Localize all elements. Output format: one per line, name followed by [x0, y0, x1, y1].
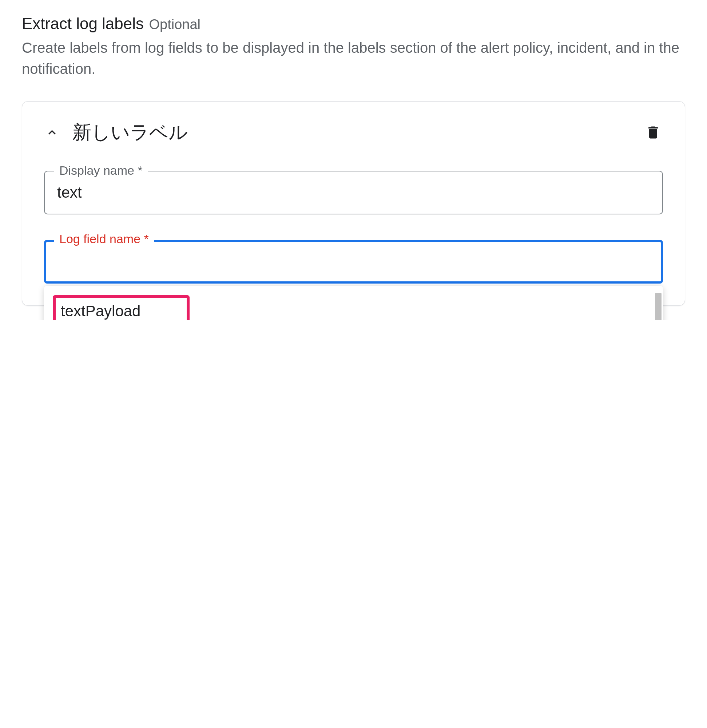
display-name-field: Display name * [44, 171, 663, 214]
collapse-icon[interactable] [44, 124, 60, 140]
delete-icon[interactable] [644, 123, 663, 142]
section-header: Extract log labels Optional Create label… [22, 14, 685, 79]
card-header-left: 新しいラベル [44, 120, 188, 145]
log-field-name-field: Log field name * textPayload httpRequest… [44, 240, 663, 283]
log-field-dropdown: textPayload httpRequest.requestMethod ht… [44, 286, 663, 320]
label-card: 新しいラベル Display name * Log field name * t… [22, 101, 685, 306]
section-optional-label: Optional [149, 17, 201, 32]
log-field-name-label: Log field name * [54, 232, 154, 246]
card-header: 新しいラベル [44, 120, 663, 145]
log-field-name-input[interactable] [44, 240, 663, 283]
section-description: Create labels from log fields to be disp… [22, 37, 685, 79]
display-name-label: Display name * [54, 163, 148, 178]
card-title: 新しいラベル [72, 120, 188, 145]
dropdown-item-textpayload[interactable]: textPayload [44, 293, 663, 320]
section-title: Extract log labels [22, 14, 144, 32]
